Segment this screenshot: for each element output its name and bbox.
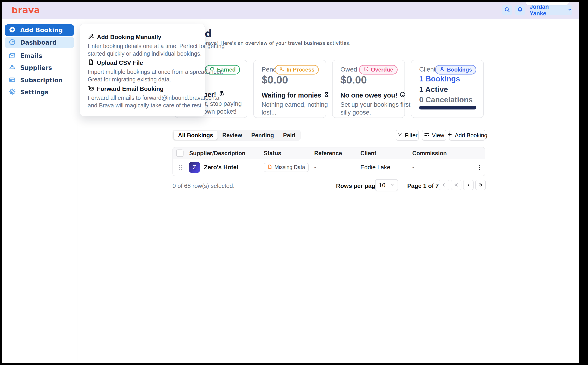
card-pending: Pending In Process $0.00 Waiting for mon…	[253, 60, 326, 118]
rows-per-page-select[interactable]: 10	[375, 179, 398, 191]
winking-face-icon	[400, 91, 406, 99]
chevron-left-icon	[441, 182, 446, 187]
user-menu[interactable]: Jordan Yanke	[530, 5, 572, 15]
card-clients: Clients Bookings 1 Bookings 1 Active 0 C…	[411, 60, 484, 118]
column-header-commission[interactable]: Commission	[412, 147, 447, 159]
file-csv-icon: csv	[88, 59, 94, 65]
tooltip-remnant	[526, 2, 569, 5]
chevron-down-icon	[390, 182, 394, 189]
search-icon	[504, 7, 510, 14]
row-menu-button[interactable]	[477, 159, 482, 176]
tab-all-bookings[interactable]: All Bookings	[174, 131, 217, 140]
sidebar-item-emails[interactable]: Emails	[5, 50, 74, 62]
add-booking-button[interactable]: Add Booking	[449, 130, 485, 141]
add-booking-popover: Add Booking Manually Enter booking detai…	[80, 24, 205, 116]
drag-handle-icon[interactable]	[178, 159, 183, 176]
sidebar-item-suppliers[interactable]: Suppliers	[5, 62, 74, 74]
pencil-plus-icon	[88, 33, 94, 40]
pending-headline: Waiting for monies	[262, 91, 330, 99]
chevrons-left-icon	[454, 182, 459, 187]
table-row[interactable]: Z Zero's Hotel Missing Data - Eddie Lake…	[173, 159, 485, 176]
select-all-checkbox[interactable]	[176, 149, 183, 157]
pending-body-line: lost...	[262, 109, 277, 116]
column-header-supplier[interactable]: Supplier/Description	[189, 147, 245, 159]
brava-logo: brava	[12, 5, 40, 15]
chevron-down-icon	[567, 7, 572, 14]
page-subtitle: Brava! Here's an overview of your travel…	[203, 41, 351, 46]
bookings-table: Supplier/Description Status Reference Cl…	[173, 147, 485, 176]
sliders-icon	[424, 132, 430, 139]
clients-active-stat: 1 Active	[419, 85, 448, 94]
rows-per-page-label: Rows per page	[336, 182, 378, 190]
last-page-button[interactable]	[475, 180, 486, 190]
supplier-avatar: Z	[189, 162, 200, 173]
sidebar-item-label: Emails	[20, 52, 42, 59]
owed-headline: No one owes you!	[340, 91, 406, 99]
pending-body-line: Nothing earned, nothing	[262, 101, 328, 108]
supplier-name: Zero's Hotel	[204, 159, 238, 176]
clients-cancelations-stat: 0 Cancelations	[419, 95, 473, 104]
column-header-client[interactable]: Client	[360, 147, 376, 159]
prev-page-button[interactable]	[439, 180, 449, 190]
plus-icon	[447, 132, 453, 139]
mail-icon	[9, 52, 16, 60]
next-page-button[interactable]	[463, 180, 474, 190]
top-bar: brava Jordan Yanke	[2, 2, 579, 19]
file-warning-icon	[267, 164, 272, 171]
tab-review[interactable]: Review	[218, 131, 246, 140]
gear-icon	[9, 88, 16, 96]
column-header-status[interactable]: Status	[264, 147, 281, 159]
client-cell: Eddie Lake	[360, 159, 390, 176]
bookings-tabs: All Bookings Review Pending Paid	[173, 130, 301, 141]
filter-button[interactable]: Filter	[396, 130, 419, 141]
earned-body-fragment-1: it, stop paying	[203, 100, 242, 107]
clock-icon	[363, 66, 369, 73]
clients-progress-bar	[419, 106, 476, 110]
sidebar: Add Booking Dashboard Emails	[2, 19, 77, 363]
owed-body-line: Set up your bookings first	[340, 101, 411, 108]
chevrons-right-icon	[478, 182, 483, 187]
notifications-button[interactable]	[515, 5, 525, 15]
user-arrow-icon	[279, 66, 284, 73]
sidebar-item-subscription[interactable]: Subscription	[5, 75, 74, 86]
clients-bookings-stat: 1 Bookings	[419, 75, 460, 83]
sidebar-item-label: Suppliers	[20, 64, 52, 71]
owed-amount: $0.00	[340, 74, 367, 86]
in-process-badge: In Process	[275, 65, 319, 75]
tab-pending[interactable]: Pending	[247, 131, 278, 140]
overdue-badge: Overdue	[359, 65, 398, 75]
reference-cell: -	[314, 159, 316, 176]
sidebar-item-add-booking[interactable]: Add Booking	[5, 24, 74, 36]
search-button[interactable]	[502, 5, 512, 15]
missing-data-badge: Missing Data	[264, 163, 309, 172]
bell-icon	[517, 7, 523, 14]
tab-paid[interactable]: Paid	[279, 131, 300, 140]
card-owed: Owed Overdue $0.00 No one owes you! Set …	[332, 60, 405, 118]
app-window: brava Jordan Yanke	[2, 2, 579, 363]
sidebar-item-label: Dashboard	[20, 39, 57, 46]
status-cell: Missing Data	[264, 159, 309, 176]
funnel-icon	[397, 132, 402, 139]
chevron-right-icon	[466, 182, 471, 187]
page-indicator: Page 1 of 7	[407, 182, 439, 190]
earned-body-fragment-2: own pocket!	[203, 108, 237, 115]
gauge-icon	[9, 39, 16, 46]
sidebar-item-label: Subscription	[20, 77, 63, 84]
sidebar-item-dashboard[interactable]: Dashboard	[5, 37, 74, 48]
plus-circle-icon	[9, 26, 16, 34]
first-page-button[interactable]	[451, 180, 461, 190]
pending-amount: $0.00	[262, 74, 288, 86]
sidebar-item-settings[interactable]: Settings	[5, 86, 74, 98]
sidebar-item-label: Add Booking	[20, 27, 63, 34]
screenshot-frame: brava Jordan Yanke	[0, 0, 588, 365]
view-button[interactable]: View	[422, 130, 446, 141]
owed-body-line: silly goose.	[340, 109, 371, 116]
table-footer: 0 of 68 row(s) selected. Rows per page 1…	[173, 179, 485, 193]
column-header-reference[interactable]: Reference	[314, 147, 342, 159]
bookings-badge: Bookings	[435, 65, 476, 75]
hourglass-icon	[324, 91, 330, 99]
user-name: Jordan Yanke	[530, 3, 565, 17]
svg-text:csv: csv	[90, 62, 93, 64]
selection-summary: 0 of 68 row(s) selected.	[173, 182, 235, 190]
mail-forward-icon	[88, 85, 94, 91]
